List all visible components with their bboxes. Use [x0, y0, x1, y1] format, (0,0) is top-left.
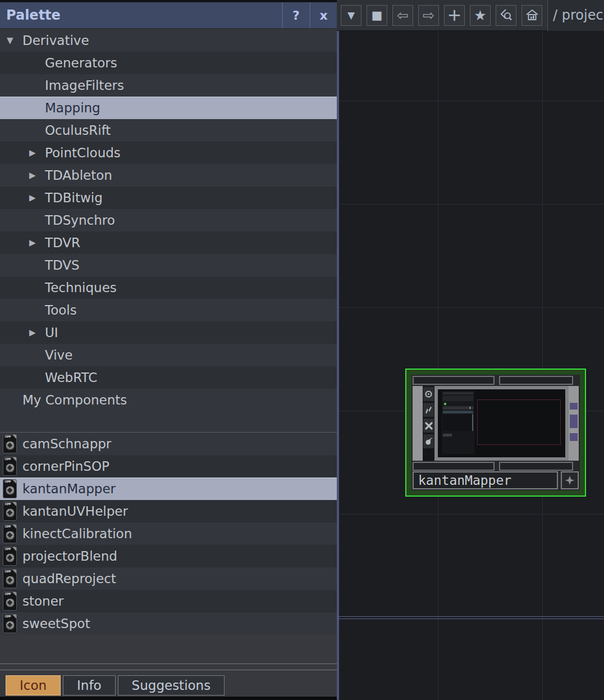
network-toolbar: ▼ ■ ⇦ ⇨ + ★ / projec: [337, 0, 604, 31]
palette-category-pointclouds[interactable]: PointClouds: [0, 142, 337, 164]
node-input-connectors: [413, 376, 579, 385]
tab-suggestions[interactable]: Suggestions: [118, 675, 225, 696]
tree-label: TDVR: [45, 235, 80, 250]
node-name-field[interactable]: kantanMapper: [413, 471, 558, 489]
arrow-left-icon: ⇦: [397, 7, 409, 24]
home-icon: [525, 8, 539, 22]
node-name-row: kantanMapper: [413, 471, 579, 489]
preview-icon-toolbar: [423, 386, 434, 461]
component-label: stoner: [22, 594, 63, 608]
star-icon: ★: [474, 7, 486, 24]
palette-category-tdvs[interactable]: TDVS: [0, 254, 337, 276]
tree-label: TDAbleton: [45, 168, 112, 183]
component-item-kantanuvhelper[interactable]: COMPkantanUVHelper: [0, 500, 337, 522]
component-item-stoner[interactable]: COMPstoner: [0, 590, 337, 612]
network-path-field[interactable]: / projec: [547, 0, 604, 31]
component-label: camSchnappr: [22, 437, 111, 451]
grid-line: [337, 307, 604, 308]
chevron-right-icon[interactable]: [29, 328, 45, 338]
dropdown-menu-button[interactable]: ▼: [341, 5, 362, 26]
add-operator-button[interactable]: +: [444, 5, 465, 26]
palette-category-generators[interactable]: Generators: [0, 52, 337, 74]
favorites-button[interactable]: ★: [470, 5, 491, 26]
palette-category-derivative[interactable]: Derivative: [0, 29, 337, 52]
palette-category-tdsynchro[interactable]: TDSynchro: [0, 209, 337, 231]
tree-label: ImageFilters: [45, 78, 124, 93]
grid-line: [542, 31, 543, 700]
comp-file-icon: COMP: [3, 434, 17, 453]
palette-category-tdbitwig[interactable]: TDBitwig: [0, 187, 337, 209]
palette-category-tdvr[interactable]: TDVR: [0, 231, 337, 254]
purple-widget: [570, 433, 578, 441]
chevron-right-icon[interactable]: [29, 148, 45, 158]
tree-label: Techniques: [45, 280, 117, 295]
tree-label: TDBitwig: [45, 190, 103, 205]
zoom-search-button[interactable]: [496, 5, 516, 26]
folded-corner-icon: [12, 502, 16, 506]
palette-category-webrtc[interactable]: WebRTC: [0, 366, 337, 389]
chevron-down-icon[interactable]: [7, 35, 22, 46]
home-button[interactable]: [521, 5, 542, 26]
node-flag-button[interactable]: [561, 471, 579, 489]
tab-info[interactable]: Info: [63, 675, 116, 696]
tab-icon[interactable]: Icon: [6, 675, 61, 696]
target-circle-icon: [423, 387, 434, 401]
node-kantanmapper[interactable]: kantanMapper: [405, 369, 586, 497]
palette-category-ui[interactable]: UI: [0, 321, 337, 344]
back-button[interactable]: ⇦: [392, 5, 413, 26]
component-item-projectorblend[interactable]: COMPprojectorBlend: [0, 545, 337, 567]
grid-line: [438, 31, 438, 700]
palette-category-imagefilters[interactable]: ImageFilters: [0, 74, 337, 97]
forward-button[interactable]: ⇨: [418, 5, 439, 26]
component-item-cornerpinsop[interactable]: COMPcornerPinSOP: [0, 455, 337, 478]
tree-label: Derivative: [22, 33, 89, 48]
palette-category-vive[interactable]: Vive: [0, 344, 337, 366]
green-status-dot: [444, 403, 446, 405]
list-empty-area: [0, 635, 337, 663]
bomb-icon: [423, 434, 434, 448]
grid-line: [337, 204, 604, 204]
palette-category-my-components[interactable]: My Components: [0, 389, 337, 411]
purple-widget: [570, 403, 578, 410]
chevron-right-icon[interactable]: [29, 238, 45, 248]
palette-category-oculusrift[interactable]: OculusRift: [0, 119, 337, 142]
comp-circle-icon: [5, 553, 15, 562]
component-item-kantanmapper[interactable]: COMPkantanMapper: [0, 478, 337, 500]
tree-label: My Components: [22, 393, 127, 407]
palette-category-mapping[interactable]: Mapping: [0, 97, 337, 119]
output-connector[interactable]: [499, 462, 573, 471]
palette-category-techniques[interactable]: Techniques: [0, 276, 337, 299]
comp-file-icon: COMP: [3, 592, 17, 611]
component-item-quadreproject[interactable]: COMPquadReproject: [0, 567, 337, 590]
component-item-camschnappr[interactable]: COMPcamSchnappr: [0, 433, 337, 455]
help-button[interactable]: ?: [282, 2, 309, 28]
palette-category-tdableton[interactable]: TDAbleton: [0, 164, 337, 187]
chevron-right-icon[interactable]: [29, 170, 45, 180]
network-editor-canvas[interactable]: kantanMapper: [337, 31, 604, 700]
palette-category-tools[interactable]: Tools: [0, 299, 337, 321]
input-connector[interactable]: [413, 376, 495, 385]
comp-circle-icon: [5, 620, 15, 630]
tree-label: TDVS: [45, 258, 80, 272]
output-connector[interactable]: [413, 462, 495, 471]
chevron-right-icon[interactable]: [29, 193, 45, 203]
grid-line: [337, 514, 604, 515]
comp-file-icon: COMP: [3, 614, 17, 633]
stop-button[interactable]: ■: [367, 5, 387, 26]
close-x-icon: [423, 419, 434, 433]
component-label: sweetSpot: [22, 616, 90, 631]
component-label: kantanUVHelper: [22, 504, 128, 519]
tree-label: Tools: [45, 303, 77, 317]
close-button[interactable]: x: [309, 2, 337, 28]
origin-axis-vertical: [337, 31, 339, 700]
component-label: kantanMapper: [22, 481, 116, 496]
folded-corner-icon: [12, 480, 16, 484]
component-item-sweetspot[interactable]: COMPsweetSpot: [0, 612, 337, 635]
comp-circle-icon: [5, 508, 15, 517]
tree-label: PointClouds: [45, 146, 121, 160]
tree-label: Mapping: [45, 101, 100, 115]
comp-circle-icon: [5, 485, 15, 495]
component-item-kinectcalibration[interactable]: COMPkinectCalibration: [0, 522, 337, 545]
comp-circle-icon: [5, 440, 15, 450]
input-connector[interactable]: [499, 376, 573, 385]
